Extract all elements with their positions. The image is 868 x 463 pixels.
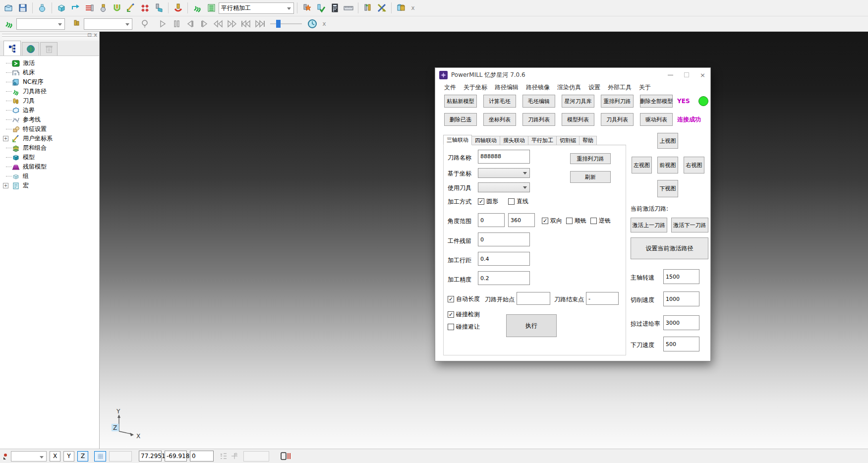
tool-pair-icon[interactable] [361, 1, 374, 14]
auto-length-checkbox[interactable]: ✓ 自动长度 [448, 295, 480, 303]
tool-list-button[interactable]: 刀具列表 [601, 113, 634, 126]
activate-prev-toolpath-button[interactable]: 激活上一刀路 [631, 218, 667, 232]
tree-item-macros[interactable]: + 宏 [3, 181, 99, 190]
go-to-end-icon[interactable] [253, 17, 266, 30]
xyz-list-icon[interactable] [220, 452, 228, 460]
tree-item-activate[interactable]: 激活 [3, 58, 99, 68]
statusbar-dropdown[interactable] [11, 451, 47, 462]
move-origin-icon[interactable] [231, 452, 238, 460]
tree-item-machine[interactable]: 机床 [3, 68, 99, 77]
pause-icon[interactable] [170, 17, 183, 30]
step-back-icon[interactable] [184, 17, 197, 30]
view-bottom-button[interactable]: 下视图 [657, 180, 678, 197]
refresh-button[interactable]: 刷新 [570, 171, 611, 183]
axis-x-button[interactable]: X [50, 451, 60, 462]
tree-item-workplanes[interactable]: + 用户坐标系 [3, 134, 99, 143]
step-forward-icon[interactable] [198, 17, 211, 30]
activate-next-toolpath-button[interactable]: 激活下一刀路 [671, 218, 708, 232]
set-active-path-button[interactable]: 设置当前激活路径 [631, 237, 708, 259]
tab-3axis[interactable]: 三轴联动 [443, 135, 472, 145]
tree-item-toolpaths[interactable]: 刀具路径 [3, 87, 99, 96]
scatter-points-icon[interactable] [138, 1, 151, 14]
cutting-feed-input[interactable] [663, 291, 699, 306]
view-right-button[interactable]: 右视图 [684, 157, 704, 174]
simulation-speed-slider[interactable] [270, 19, 302, 28]
rearrange-toolpaths-button[interactable]: 重排列刀路 [601, 95, 634, 108]
tool-select-dropdown[interactable] [84, 18, 132, 30]
checkbox-checked-icon[interactable]: ✓ [448, 296, 454, 302]
save-icon[interactable] [16, 1, 29, 14]
play-icon[interactable] [156, 17, 169, 30]
checkbox-checked-icon[interactable]: ✓ [542, 218, 548, 224]
tree-item-patterns[interactable]: 参考线 [3, 115, 99, 124]
model-list-button[interactable]: 模型列表 [562, 113, 594, 126]
menu-path-edit[interactable]: 路径编辑 [495, 83, 519, 92]
device-pause-icon[interactable] [280, 452, 291, 461]
slider-thumb[interactable] [276, 20, 281, 28]
toolpath-icon[interactable] [2, 17, 15, 30]
block-model-icon[interactable] [55, 1, 68, 14]
tab-help[interactable]: 帮助 [579, 136, 597, 145]
view-front-button[interactable]: 前视图 [657, 157, 678, 174]
tree-item-feature-sets[interactable]: 特征设置 [3, 124, 99, 134]
toolbar-close-icon[interactable]: x [320, 20, 329, 27]
path-start-input[interactable] [517, 292, 550, 305]
stock-remain-input[interactable] [478, 232, 530, 246]
base-coord-dropdown[interactable] [478, 168, 530, 178]
tolerance-input[interactable] [478, 271, 530, 285]
toolpath-select-dropdown[interactable] [16, 18, 65, 30]
ink-bottle-icon[interactable] [36, 1, 49, 14]
menu-render-sim[interactable]: 渲染仿真 [557, 83, 581, 92]
menu-coords[interactable]: 关于坐标 [463, 83, 487, 92]
panel-grip[interactable] [2, 34, 97, 36]
checkbox-checked-icon[interactable]: ✓ [478, 198, 484, 205]
tool-block-icon[interactable] [152, 1, 165, 14]
tree-item-groups[interactable]: 组 [3, 172, 99, 181]
menu-settings[interactable]: 设置 [588, 83, 600, 92]
tab-parallel[interactable]: 平行加工 [528, 136, 557, 145]
tool-select-icon[interactable] [70, 17, 83, 30]
menu-external-tools[interactable]: 外部工具 [608, 83, 632, 92]
coord-list-button[interactable]: 坐标列表 [483, 113, 516, 126]
tree-item-levels-sets[interactable]: 层和组合 [3, 143, 99, 153]
tree-expander-icon[interactable]: + [3, 136, 8, 141]
toolpath-name-input[interactable] [478, 150, 530, 164]
stock-edit-button[interactable]: 毛坯编辑 [522, 95, 555, 108]
tree-item-boundaries[interactable]: 边界 [3, 106, 99, 115]
tab-saw[interactable]: 切割锯 [557, 136, 579, 145]
tab-recycle-bin[interactable] [40, 42, 58, 56]
boundary-lines-icon[interactable] [83, 1, 96, 14]
axis-z-button[interactable]: Z [77, 451, 88, 462]
maximize-icon[interactable] [684, 72, 689, 77]
climb-mill-checkbox[interactable]: 顺铣 [566, 217, 586, 225]
paste-new-model-button[interactable]: 粘贴新模型 [444, 95, 477, 108]
plunge-tool-icon[interactable] [172, 1, 184, 14]
axis-y-button[interactable]: Y [63, 451, 74, 462]
panel-grip[interactable] [2, 36, 97, 38]
conventional-mill-checkbox[interactable]: 逆铣 [590, 217, 611, 225]
menu-file[interactable]: 文件 [444, 83, 456, 92]
grid-toggle-button[interactable] [94, 451, 106, 462]
grid-size-field[interactable] [109, 451, 132, 462]
tab-swivel-head[interactable]: 摆头联动 [500, 136, 528, 145]
mode-line-checkbox[interactable]: 直线 [508, 197, 528, 206]
tab-explorer-tree[interactable] [3, 41, 21, 56]
checkbox-checked-icon[interactable]: ✓ [448, 311, 454, 318]
angle-to-input[interactable] [508, 213, 535, 227]
fast-forward-icon[interactable] [226, 17, 238, 30]
spindle-speed-input[interactable] [663, 269, 699, 284]
bidirectional-checkbox[interactable]: ✓ 双向 [542, 217, 562, 225]
minimize-icon[interactable] [668, 75, 673, 75]
tree-item-stock-models[interactable]: 残留模型 [3, 162, 99, 172]
delete-all-models-button[interactable]: 删除全部模型 [640, 95, 673, 108]
tool-error-icon[interactable] [300, 1, 313, 14]
collision-check-checkbox[interactable]: ✓ 碰撞检测 [448, 310, 480, 319]
toolpath-list-button[interactable]: 刀路列表 [522, 113, 555, 126]
toolpath-icon[interactable] [191, 1, 204, 14]
tool-ok-icon[interactable] [314, 1, 327, 14]
stepover-input[interactable] [478, 252, 530, 266]
tool-library-button[interactable]: 星河刀具库 [562, 95, 594, 108]
rearrange-toolpaths-button-2[interactable]: 重排列刀路 [570, 153, 611, 164]
menu-about[interactable]: 关于 [639, 83, 651, 92]
tab-4axis[interactable]: 四轴联动 [472, 136, 500, 145]
